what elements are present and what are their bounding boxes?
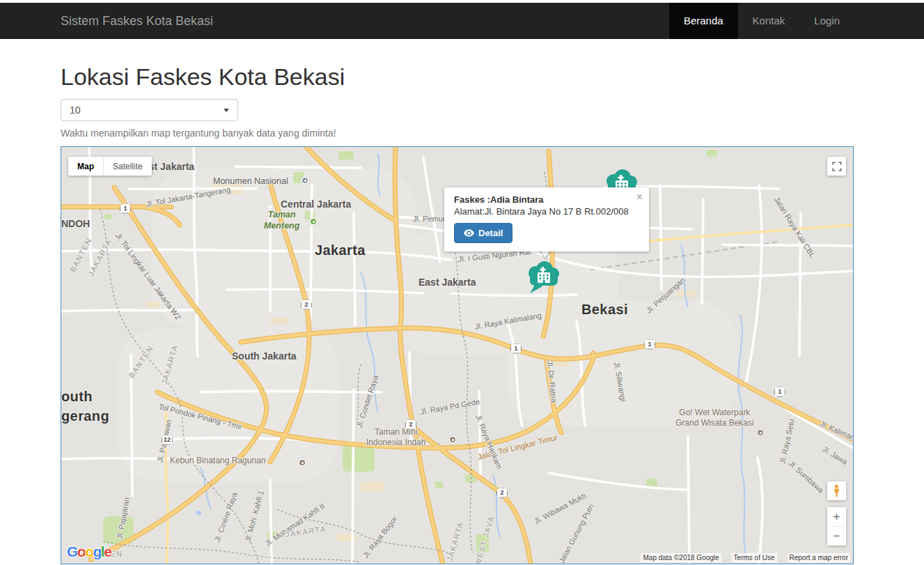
info-window-title: Faskes :Adia Bintara: [454, 194, 639, 205]
report-map-error-link[interactable]: Report a map error: [788, 553, 850, 562]
map-data-copyright: Map data ©2018 Google: [641, 553, 721, 562]
zoom-out-button[interactable]: −: [827, 527, 846, 545]
map-canvas[interactable]: West JakartaMonumen NasionalCentral Jaka…: [61, 146, 854, 564]
zoom-control: + −: [827, 507, 846, 545]
map-type-control: Map Satellite: [68, 157, 152, 176]
eye-icon: [464, 229, 474, 237]
nav-item-kontak[interactable]: Kontak: [738, 3, 800, 39]
limit-select[interactable]: 10: [61, 99, 238, 121]
page-title: Lokasi Faskes Kota Bekasi: [61, 64, 854, 90]
navbar-menu: BerandaKontakLogin: [669, 3, 854, 39]
limit-select-value: 10: [70, 105, 81, 116]
fullscreen-icon: [832, 162, 842, 171]
nav-item-login[interactable]: Login: [799, 3, 854, 39]
detail-button-label: Detail: [478, 228, 503, 238]
close-icon[interactable]: ×: [636, 192, 643, 203]
nav-item-beranda[interactable]: Beranda: [669, 3, 738, 39]
fullscreen-button[interactable]: [827, 157, 846, 176]
google-logo-letter: o: [77, 543, 85, 559]
google-logo-letter: g: [93, 543, 101, 559]
detail-button[interactable]: Detail: [454, 223, 512, 243]
map-type-map-button[interactable]: Map: [68, 157, 103, 176]
navbar-brand[interactable]: Sistem Faskes Kota Bekasi: [61, 3, 213, 39]
help-text: Waktu menampilkan map tergantung banyak …: [61, 127, 854, 139]
chevron-down-icon: [224, 109, 229, 112]
pegman-icon: [832, 484, 841, 497]
terms-of-use-link[interactable]: Terms of Use: [732, 553, 777, 562]
info-window-address: Alamat:Jl. Bintara Jaya No 17 B Rt.002/0…: [454, 206, 639, 217]
faskes-marker-adia-bintara[interactable]: [526, 261, 562, 295]
google-logo-letter: e: [104, 543, 111, 559]
google-logo[interactable]: Google: [67, 543, 111, 560]
map-info-window: Faskes :Adia Bintara Alamat:Jl. Bintara …: [444, 187, 649, 251]
navbar: Sistem Faskes Kota Bekasi BerandaKontakL…: [0, 3, 924, 39]
map-type-satellite-button[interactable]: Satellite: [103, 157, 152, 176]
google-logo-letter: o: [85, 543, 93, 559]
pegman-button[interactable]: [827, 481, 846, 500]
zoom-in-button[interactable]: +: [827, 507, 846, 526]
google-logo-letter: G: [67, 543, 77, 559]
map-attribution: Map data ©2018 Google Terms of Use Repor…: [641, 553, 850, 562]
